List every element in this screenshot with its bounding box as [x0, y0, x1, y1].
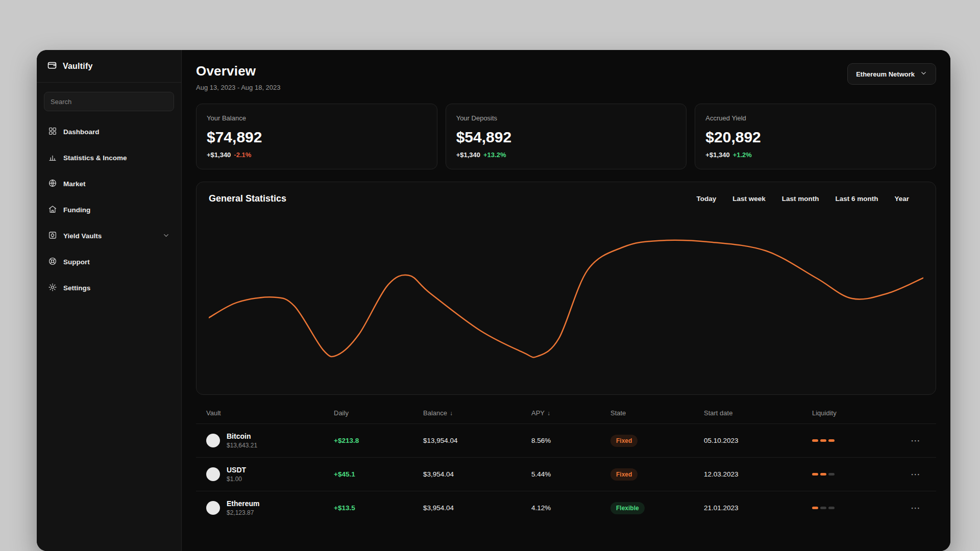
apy-value: 8.56% [531, 437, 610, 444]
filter-last-6-month[interactable]: Last 6 month [835, 195, 878, 203]
sidebar-item-label: Statistics & Income [63, 154, 127, 162]
chart-line-path [209, 240, 923, 358]
stat-delta: +$1,340-2.1% [207, 151, 427, 159]
search-input[interactable] [44, 92, 174, 111]
home-icon [48, 205, 57, 215]
filter-year[interactable]: Year [894, 195, 909, 203]
sidebar-item-label: Funding [63, 206, 90, 214]
stat-card-accrued-yield: Accrued Yield $20,892 +$1,340+1.2% [695, 104, 936, 169]
filter-today[interactable]: Today [696, 195, 716, 203]
row-menu-button[interactable]: ⋯ [911, 436, 920, 445]
apy-value: 5.44% [531, 470, 610, 478]
filter-last-week[interactable]: Last week [732, 195, 766, 203]
main-content: Overview Aug 13, 2023 - Aug 18, 2023 Eth… [182, 50, 950, 551]
balance-value: $13,954.04 [423, 437, 531, 444]
liquidity-indicator [812, 507, 911, 509]
panel-header: General Statistics Today Last week Last … [209, 193, 923, 204]
col-header-balance[interactable]: Balance↓ [423, 409, 531, 417]
col-header-apy[interactable]: APY↓ [531, 409, 610, 417]
apy-value: 4.12% [531, 504, 610, 512]
row-menu-button[interactable]: ⋯ [911, 503, 920, 513]
sidebar-item-label: Support [63, 258, 90, 266]
sidebar-item-label: Settings [63, 284, 90, 292]
filter-last-month[interactable]: Last month [782, 195, 819, 203]
vault-cell: USDT $1.00 [196, 466, 334, 483]
table-row-ethereum[interactable]: Ethereum $2,123.87 +$13.5 $3,954.04 4.12… [196, 491, 936, 524]
statistics-line-chart [209, 210, 923, 410]
sidebar-item-settings[interactable]: Settings [43, 277, 175, 299]
sidebar-nav: Dashboard Statistics & Income Market Fun… [37, 116, 181, 304]
vault-name: Bitcoin [227, 432, 257, 440]
panel-title: General Statistics [209, 193, 286, 204]
dashboard-grid-icon [48, 127, 57, 137]
lifebuoy-icon [48, 257, 57, 267]
vaults-table: Vault Daily Balance↓ APY↓ State Start da… [196, 402, 936, 524]
vault-price: $2,123.87 [227, 509, 260, 516]
page-header: Overview Aug 13, 2023 - Aug 18, 2023 Eth… [196, 63, 936, 91]
table-row-bitcoin[interactable]: Bitcoin $13,643.21 +$213.8 $13,954.04 8.… [196, 423, 936, 457]
state-badge: Fixed [610, 468, 638, 481]
stat-cards: Your Balance $74,892 +$1,340-2.1% Your D… [196, 104, 936, 169]
gear-icon [48, 283, 57, 293]
stat-change: -2.1% [234, 151, 251, 159]
coin-avatar [206, 434, 220, 447]
sort-down-icon: ↓ [450, 410, 453, 417]
stat-change: +13.2% [483, 151, 506, 159]
stat-label: Your Deposits [456, 114, 676, 122]
app-name: Vaultify [63, 62, 93, 71]
daily-value: +$213.8 [334, 437, 423, 444]
table-row-usdt[interactable]: USDT $1.00 +$45.1 $3,954.04 5.44% Fixed … [196, 457, 936, 491]
vault-icon [48, 231, 57, 241]
col-header-vault: Vault [196, 409, 334, 417]
state-badge: Flexible [610, 502, 645, 514]
col-header-state: State [610, 409, 704, 417]
date-range: Aug 13, 2023 - Aug 18, 2023 [196, 84, 281, 91]
balance-value: $3,954.04 [423, 504, 531, 512]
sidebar-item-funding[interactable]: Funding [43, 198, 175, 221]
stat-value: $20,892 [705, 129, 925, 146]
wallet-logo-icon [47, 60, 57, 72]
start-date-value: 12.03.2023 [704, 470, 812, 478]
stat-delta: +$1,340+13.2% [456, 151, 676, 159]
col-header-liquidity: Liquidity [812, 409, 911, 417]
chevron-down-icon [920, 69, 927, 79]
sidebar: Vaultify Dashboard Statistics & Income M… [37, 50, 182, 551]
coin-avatar [206, 467, 220, 481]
sidebar-item-market[interactable]: Market [43, 172, 175, 195]
chart-time-filters: Today Last week Last month Last 6 month … [696, 195, 923, 203]
balance-value: $3,954.04 [423, 470, 531, 478]
chart-svg [209, 210, 923, 410]
stat-delta: +$1,340+1.2% [705, 151, 925, 159]
stat-change: +1.2% [733, 151, 752, 159]
start-date-value: 05.10.2023 [704, 437, 812, 444]
vault-name: Ethereum [227, 499, 260, 508]
vault-cell: Ethereum $2,123.87 [196, 499, 334, 516]
app-logo: Vaultify [37, 50, 181, 83]
sidebar-item-yield-vaults[interactable]: Yield Vaults [43, 224, 175, 247]
sidebar-item-label: Market [63, 180, 86, 188]
bar-chart-icon [48, 153, 57, 163]
network-selector[interactable]: Ethereum Network [847, 63, 936, 85]
chevron-down-icon[interactable] [162, 232, 170, 241]
network-selector-label: Ethereum Network [856, 70, 915, 78]
sidebar-item-support[interactable]: Support [43, 251, 175, 273]
sort-down-icon: ↓ [547, 410, 550, 417]
sidebar-item-label: Dashboard [63, 128, 100, 136]
stat-label: Accrued Yield [705, 114, 925, 122]
coin-avatar [206, 501, 220, 515]
stat-card-deposits: Your Deposits $54,892 +$1,340+13.2% [446, 104, 687, 169]
col-header-daily: Daily [334, 409, 423, 417]
row-menu-button[interactable]: ⋯ [911, 469, 920, 479]
daily-value: +$13.5 [334, 504, 423, 512]
liquidity-indicator [812, 439, 911, 442]
sidebar-item-dashboard[interactable]: Dashboard [43, 120, 175, 143]
sidebar-item-statistics-income[interactable]: Statistics & Income [43, 146, 175, 169]
app-window: Vaultify Dashboard Statistics & Income M… [37, 50, 950, 551]
col-header-start-date: Start date [704, 409, 812, 417]
stat-value: $54,892 [456, 129, 676, 146]
vault-price: $1.00 [227, 475, 246, 483]
vault-name: USDT [227, 466, 246, 474]
page-title: Overview [196, 63, 281, 79]
state-badge: Fixed [610, 435, 638, 447]
sidebar-item-label: Yield Vaults [63, 232, 102, 240]
